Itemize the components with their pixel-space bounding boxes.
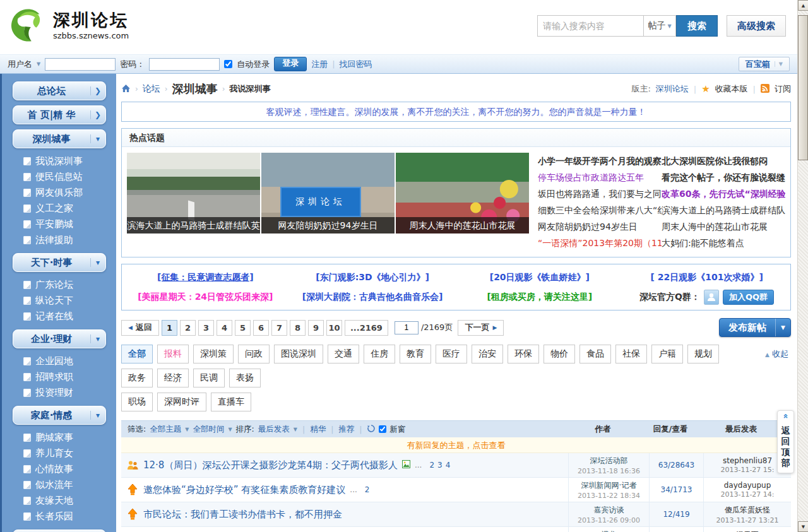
home-icon[interactable] bbox=[121, 84, 131, 95]
page-number-5[interactable]: 5 bbox=[235, 320, 251, 336]
page-jump-input[interactable] bbox=[395, 321, 419, 334]
sidebar-item-企业园地[interactable]: 企业园地 bbox=[23, 353, 116, 369]
join-qq-button[interactable]: 加入QQ群 bbox=[723, 290, 774, 305]
thread-title-link[interactable]: 12·8（周日）深坛公开课之摄影沙龙第4期：父子两代摄影人 bbox=[143, 459, 398, 471]
hot-topic-link[interactable]: 网友陪胡奶奶过94岁生日 bbox=[538, 218, 662, 235]
tab-图说深圳[interactable]: 图说深圳 bbox=[274, 345, 323, 364]
hot-topic-link[interactable]: 滨海大道上的马路骑士成群结队英 bbox=[662, 202, 785, 218]
thread-page-link[interactable]: 2 bbox=[365, 485, 370, 494]
hot-image-road[interactable]: 滨海大道上的马路骑士成群结队英 bbox=[127, 153, 260, 233]
sidebar-item-养儿育女[interactable]: 养儿育女 bbox=[23, 446, 116, 461]
sidebar-item-投资理财[interactable]: 投资理财 bbox=[23, 385, 116, 401]
thread-replies-count[interactable]: 34/1713 bbox=[661, 485, 692, 494]
hot-image-flower-show[interactable]: 周末人海中的莲花山市花展 bbox=[396, 153, 529, 233]
tab-深网时评[interactable]: 深网时评 bbox=[157, 393, 206, 411]
tab-深圳策[interactable]: 深圳策 bbox=[193, 345, 234, 364]
sort-value[interactable]: 最后发表 bbox=[258, 424, 290, 435]
page-number-9[interactable]: 9 bbox=[308, 320, 324, 336]
thread-author-link[interactable]: 深坛活动部 bbox=[590, 456, 628, 466]
register-link[interactable]: 注册 bbox=[311, 59, 328, 70]
username-field[interactable] bbox=[45, 58, 116, 71]
hot-topic-link[interactable]: 坂田也将路路通，我们要与之同甘 bbox=[538, 186, 662, 202]
thread-lastpost-user[interactable]: 漫天雨 bbox=[736, 529, 759, 532]
announcement-link[interactable]: [租房或买房，请关注这里] bbox=[487, 292, 592, 302]
tab-治安[interactable]: 治安 bbox=[472, 345, 503, 364]
recommend-link[interactable]: 推荐 bbox=[338, 424, 354, 435]
hot-topic-link[interactable]: “一语深情”2013年第20期（1111- bbox=[538, 235, 662, 251]
announcement-link[interactable]: [征集：民意调查志愿者] bbox=[157, 272, 254, 282]
sidebar-item-便民信息站[interactable]: 便民信息站 bbox=[23, 169, 116, 185]
chevron-down-icon[interactable]: ▼ bbox=[37, 61, 40, 67]
sidebar-item-我说深圳事[interactable]: 我说深圳事 bbox=[23, 153, 116, 169]
tab-教育[interactable]: 教育 bbox=[400, 345, 431, 364]
hot-topic-link[interactable]: 北大深圳医院你让我很郁闷 bbox=[662, 153, 785, 169]
hot-topic-link[interactable]: 大妈们:能不能悠着点 bbox=[662, 235, 785, 251]
tab-表扬[interactable]: 表扬 bbox=[229, 369, 261, 387]
sidebar-item-平安鹏城[interactable]: 平安鹏城 bbox=[23, 216, 116, 232]
announcement-link[interactable]: [20日观影《铁血娇娃》] bbox=[490, 272, 590, 282]
next-page-button[interactable]: 下一页 ▶ bbox=[458, 320, 504, 336]
sidebar-item-鹏城家事[interactable]: 鹏城家事 bbox=[23, 430, 116, 446]
subscribe-link[interactable]: 订阅 bbox=[775, 83, 791, 95]
search-button[interactable]: 搜索 bbox=[676, 15, 718, 37]
tab-全部[interactable]: 全部 bbox=[121, 345, 153, 364]
announcement-link[interactable]: [深圳大剧院：古典吉他名曲音乐会] bbox=[302, 292, 443, 302]
announcement-link[interactable]: [美丽星期天：24日管弦乐团来深] bbox=[138, 292, 273, 302]
sidebar-item-义工之家[interactable]: 义工之家 bbox=[23, 201, 116, 216]
filter-all-time[interactable]: 全部时间 bbox=[193, 424, 224, 435]
page-number-2[interactable]: 2 bbox=[180, 320, 196, 336]
tab-职场[interactable]: 职场 bbox=[121, 393, 153, 411]
tab-政务[interactable]: 政务 bbox=[121, 369, 153, 387]
tab-问政[interactable]: 问政 bbox=[238, 345, 270, 364]
sidebar-item-法律援助[interactable]: 法律援助 bbox=[23, 232, 116, 248]
breadcrumb-section[interactable]: 深圳城事 bbox=[172, 81, 218, 97]
sidebar-item-心情故事[interactable]: 心情故事 bbox=[23, 461, 116, 477]
hot-image-group-photo[interactable]: 深圳论坛 网友陪胡奶奶过94岁生日 bbox=[261, 153, 395, 233]
search-input[interactable] bbox=[537, 15, 643, 37]
page-number-7[interactable]: 7 bbox=[271, 320, 287, 336]
tab-医疗[interactable]: 医疗 bbox=[436, 345, 467, 364]
auto-login-checkbox[interactable] bbox=[224, 60, 232, 68]
thread-lastpost-user[interactable]: stephenliu87 bbox=[723, 456, 772, 465]
back-to-top-button[interactable]: ⌃ ⌃ 返回顶部 bbox=[777, 410, 794, 473]
page-number-3[interactable]: 3 bbox=[198, 320, 214, 336]
tab-住房[interactable]: 住房 bbox=[364, 345, 395, 364]
sidebar-item-长者乐园[interactable]: 长者乐园 bbox=[23, 509, 116, 524]
scrollbar-thumb[interactable] bbox=[798, 15, 808, 160]
site-logo[interactable]: 深圳论坛 szbbs.sznews.com bbox=[8, 5, 129, 46]
moderator-link[interactable]: 深圳论坛 bbox=[656, 83, 689, 95]
tab-环保[interactable]: 环保 bbox=[508, 345, 539, 364]
login-button[interactable]: 登录 bbox=[274, 57, 307, 71]
thread-lastpost-user[interactable]: 傻瓜笨蛋妖怪 bbox=[725, 505, 770, 516]
hot-topic-link[interactable]: 周末人海中的莲花山市花展 bbox=[662, 218, 785, 235]
advanced-search-button[interactable]: 高级搜索 bbox=[727, 15, 786, 37]
filter-all-topics[interactable]: 全部主题 bbox=[150, 424, 181, 435]
refresh-icon[interactable] bbox=[367, 425, 375, 434]
tab-交通[interactable]: 交通 bbox=[328, 345, 359, 364]
sidebar-section-button[interactable]: 企业·理财▾ bbox=[13, 329, 106, 348]
tab-经济[interactable]: 经济 bbox=[157, 369, 189, 387]
new-post-button[interactable]: 发布新帖 ▼ bbox=[719, 318, 791, 337]
password-field[interactable] bbox=[149, 58, 220, 71]
sidebar-item-纵论天下[interactable]: 纵论天下 bbox=[23, 293, 116, 309]
thread-title-link[interactable]: 市民论坛：我们青工读书办借书卡，都不用押金 bbox=[143, 509, 342, 521]
thread-replies-count[interactable]: 63/28643 bbox=[658, 461, 695, 470]
new-replies-notice[interactable]: 有新回复的主题，点击查看 bbox=[121, 437, 791, 453]
hot-topic-link[interactable]: 细数三中全会给深圳带来八大“红 bbox=[538, 202, 662, 218]
tab-直播车[interactable]: 直播车 bbox=[211, 393, 251, 411]
thread-page-link[interactable]: 3 bbox=[437, 461, 443, 470]
thread-replies-count[interactable]: 12/419 bbox=[663, 510, 689, 519]
window-scrollbar[interactable]: ▲ ▼ bbox=[797, 0, 808, 532]
new-window-checkbox[interactable] bbox=[379, 425, 386, 433]
collapse-link[interactable]: ▲ 收起 bbox=[765, 348, 788, 360]
sidebar-item-广东论坛[interactable]: 广东论坛 bbox=[23, 277, 116, 293]
hot-topic-link[interactable]: 小学一年级开学两个月我的观察、 bbox=[538, 153, 662, 169]
toolbox-button[interactable]: 百宝箱 ▼ bbox=[739, 57, 790, 71]
thread-author-link[interactable]: 深圳新闻网·记者 bbox=[581, 480, 637, 491]
sidebar-item-招聘求职[interactable]: 招聘求职 bbox=[23, 369, 116, 385]
thread-page-link[interactable]: 2 bbox=[429, 461, 434, 470]
page-number-10[interactable]: 10 bbox=[326, 320, 342, 336]
sidebar-item-友缘天地[interactable]: 友缘天地 bbox=[23, 493, 116, 509]
thread-author-link[interactable]: 潜龙 bbox=[602, 529, 617, 532]
tab-报料[interactable]: 报料 bbox=[157, 345, 189, 364]
